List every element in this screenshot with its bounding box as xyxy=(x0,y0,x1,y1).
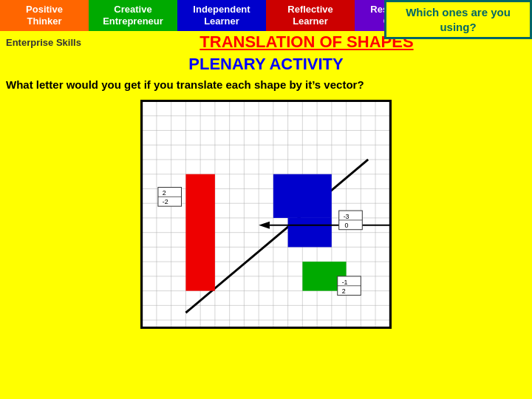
svg-text:-2: -2 xyxy=(163,198,168,205)
svg-text:2: 2 xyxy=(163,189,166,197)
skill-independent-learner: IndependentLearner xyxy=(177,0,266,31)
grid-diagram: 2 -2 -3 0 -1 2 xyxy=(140,100,392,329)
question-text: What letter would you get if you transla… xyxy=(0,75,532,94)
svg-text:-3: -3 xyxy=(344,213,349,220)
grid-container: 2 -2 -3 0 -1 2 xyxy=(0,94,532,335)
svg-rect-35 xyxy=(288,218,332,247)
plenary-subtitle: PLENARY ACTIVITY xyxy=(0,53,532,75)
skill-reflective-learner: ReflectiveLearner xyxy=(266,0,355,31)
svg-rect-33 xyxy=(185,174,214,291)
enterprise-skills-label: Enterprise Skills xyxy=(6,37,81,48)
svg-text:-1: -1 xyxy=(342,279,348,286)
svg-text:0: 0 xyxy=(345,222,349,229)
skill-positive-thinker: PositiveThinker xyxy=(0,0,89,31)
skill-creative-entrepreneur: CreativeEntrepreneur xyxy=(89,0,177,31)
svg-rect-34 xyxy=(273,174,332,218)
which-ones-box: Which ones are youusing? xyxy=(384,0,532,39)
svg-text:2: 2 xyxy=(342,287,346,295)
